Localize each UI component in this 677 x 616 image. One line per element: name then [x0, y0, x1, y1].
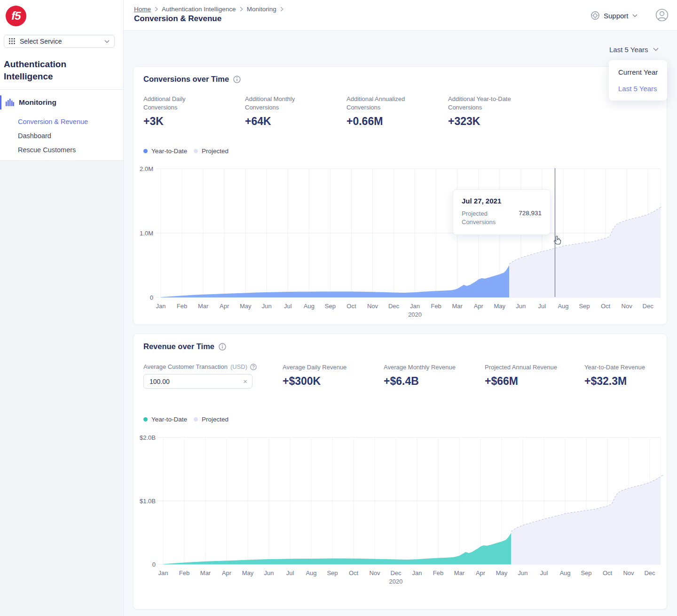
select-service-dropdown[interactable]: Select Service [4, 35, 115, 48]
breadcrumb-chevron-icon [240, 7, 243, 12]
apps-grid-icon [9, 38, 16, 45]
svg-text:Dec: Dec [644, 569, 655, 577]
page-title: Conversion & Revenue [134, 14, 221, 23]
hand-pointer-cursor [553, 235, 563, 248]
breadcrumb: HomeAuthentication IntelligenceMonitorin… [134, 5, 283, 13]
user-icon [655, 8, 669, 22]
legend-label: Year-to-Date [151, 148, 187, 155]
time-range-select[interactable]: Last 5 Years [609, 44, 659, 55]
svg-text:Jan: Jan [156, 303, 166, 310]
sidebar-subitem-dashboard[interactable]: Dashboard [18, 129, 121, 143]
chevron-down-icon [104, 40, 110, 43]
help-icon[interactable] [250, 364, 257, 370]
svg-text:May: May [242, 569, 254, 577]
stat-label: Additional Daily [143, 95, 242, 103]
stat-label: Additional Year-to-Date [448, 95, 547, 103]
breadcrumb-chevron-icon [155, 7, 158, 12]
support-menu[interactable]: Support [590, 9, 638, 22]
svg-text:Apr: Apr [220, 303, 229, 310]
time-range-option-current-year[interactable]: Current Year [609, 64, 667, 80]
svg-text:0: 0 [150, 294, 153, 301]
svg-text:Jan: Jan [412, 569, 422, 577]
conversions-card-title: Conversions over Time [143, 75, 229, 84]
svg-text:Feb: Feb [177, 303, 187, 310]
stat-0.66M: Additional AnnualizedConversions+0.66M [346, 95, 445, 128]
chevron-down-icon [632, 14, 638, 17]
bar-chart-icon [6, 99, 14, 106]
sidebar-item-monitoring[interactable]: Monitoring [0, 95, 123, 109]
conversions-over-time-card: Conversions over Time Additional DailyCo… [133, 66, 667, 325]
svg-text:Nov: Nov [369, 569, 380, 577]
info-icon[interactable] [233, 76, 241, 83]
revenue-area-chart[interactable]: JanFebMarAprMayJunJulAugSepOctNovDecJanF… [134, 430, 668, 590]
svg-text:Dec: Dec [388, 303, 400, 310]
svg-text:1.0M: 1.0M [140, 230, 153, 237]
svg-text:May: May [496, 569, 508, 577]
breadcrumb-item-2[interactable]: Authentication Intelligence [162, 6, 236, 13]
stat-3K: Additional DailyConversions+3K [143, 95, 242, 128]
chart-tooltip: Jul 27, 2021 Projected Conversions 728,9… [453, 189, 551, 235]
revenue-over-time-card: Revenue over Time Average Customer Trans… [133, 334, 667, 609]
user-avatar-button[interactable] [655, 8, 669, 23]
f5-logo[interactable]: f5 [6, 6, 26, 26]
conversions-area-chart[interactable]: JanFebMarAprMayJunJulAugSepOctNovDecJanF… [134, 163, 668, 322]
svg-text:Dec: Dec [643, 303, 654, 310]
legend-dot [143, 417, 148, 421]
svg-text:Sep: Sep [581, 569, 591, 577]
stat-label: Conversions [245, 103, 344, 112]
tooltip-value: 728,931 [519, 210, 542, 226]
svg-text:Mar: Mar [198, 303, 209, 310]
stat-value: +$300K [283, 375, 381, 388]
time-range-value: Last 5 Years [609, 46, 648, 54]
breadcrumb-item-3[interactable]: Monitoring [247, 6, 276, 13]
svg-text:Jul: Jul [286, 569, 294, 577]
svg-text:Mar: Mar [200, 569, 211, 577]
svg-text:Jun: Jun [264, 569, 274, 577]
legend-projected: Projected [194, 148, 228, 155]
monitoring-subnav: Conversion & RevenueDashboardRescue Cust… [18, 115, 121, 157]
transaction-amount-input[interactable]: 100.00 × [143, 374, 252, 389]
stat-label: Conversions [448, 103, 547, 112]
svg-text:Oct: Oct [603, 569, 613, 577]
svg-text:Feb: Feb [431, 303, 441, 310]
legend-year-to-date: Year-to-Date [143, 148, 187, 155]
svg-text:Oct: Oct [346, 303, 356, 310]
clear-input-icon[interactable]: × [243, 378, 247, 385]
svg-text:Jun: Jun [262, 303, 272, 310]
stat-label: Average Monthly Revenue [384, 363, 482, 372]
svg-text:$1.0B: $1.0B [140, 498, 156, 505]
tooltip-date: Jul 27, 2021 [462, 197, 542, 205]
svg-text:Jan: Jan [410, 303, 420, 310]
legend-label: Year-to-Date [151, 416, 187, 423]
svg-text:Mar: Mar [452, 303, 463, 310]
life-ring-icon [590, 11, 600, 20]
svg-text:Apr: Apr [476, 569, 486, 577]
svg-text:Feb: Feb [179, 569, 189, 577]
time-range-option-last-5-years[interactable]: Last 5 Years [609, 80, 667, 97]
svg-text:2020: 2020 [389, 578, 403, 585]
legend-label: Projected [202, 416, 228, 423]
stat-label: Year-to-Date Revenue [584, 363, 677, 372]
svg-text:Sep: Sep [579, 303, 590, 310]
svg-text:Aug: Aug [306, 569, 316, 577]
revenue-legend: Year-to-DateProjected [143, 416, 228, 423]
stat-label: Projected Annual Revenue [485, 363, 583, 372]
sidebar-subitem-rescue-customers[interactable]: Rescue Customers [18, 143, 121, 157]
sidebar-subitem-conversion-revenue[interactable]: Conversion & Revenue [18, 115, 121, 129]
svg-text:May: May [494, 303, 506, 310]
svg-text:Sep: Sep [327, 569, 338, 577]
stat-value: +3K [143, 115, 242, 128]
svg-text:Aug: Aug [558, 303, 568, 310]
transaction-amount-value: 100.00 [150, 378, 243, 385]
stat-label: Average Daily Revenue [283, 363, 381, 372]
legend-label: Projected [202, 148, 228, 155]
chart-crosshair-line [555, 168, 555, 297]
product-title: Authentication Intelligence [4, 58, 102, 83]
info-icon[interactable] [219, 343, 226, 351]
svg-text:Sep: Sep [325, 303, 336, 310]
stat-label: Additional Annualized [346, 95, 445, 103]
breadcrumb-item-1[interactable]: Home [134, 6, 151, 13]
legend-year-to-date: Year-to-Date [143, 416, 187, 423]
svg-text:Aug: Aug [559, 569, 570, 577]
stat-value: +$6.4B [384, 375, 482, 388]
